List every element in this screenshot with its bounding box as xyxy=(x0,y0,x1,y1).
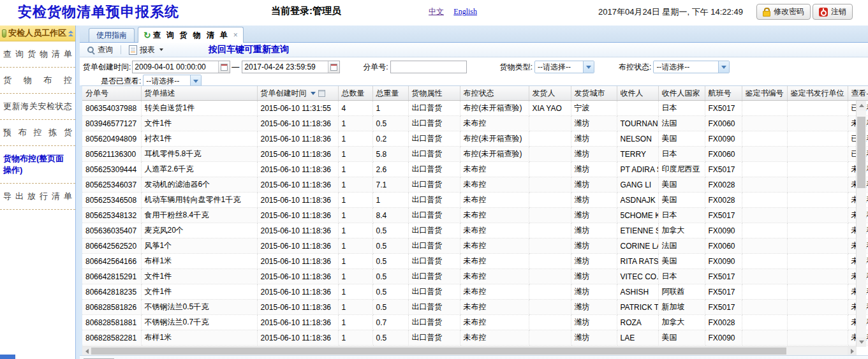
column-header[interactable]: 收件人国家 xyxy=(658,86,705,101)
query-button[interactable]: 查询 xyxy=(85,44,115,56)
scroll-left-arrow[interactable] xyxy=(82,347,91,355)
column-header[interactable]: 航班号 xyxy=(705,86,742,101)
grid-cell: 5CHOME KAI xyxy=(617,208,658,223)
table-row[interactable]: 805636035407麦克风20个2015-06-10 11:18:3610.… xyxy=(82,223,868,238)
grid-cell: 0.2 xyxy=(372,131,408,147)
grid-cell xyxy=(742,177,787,193)
table-row[interactable]: 806828581881不锈钢法兰0.7千克2015-06-10 11:18:3… xyxy=(82,315,868,330)
column-header[interactable]: 分单号 xyxy=(82,86,141,101)
grid-cell: 出口普货 xyxy=(408,116,460,131)
grid-cell: FX5017 xyxy=(705,162,742,177)
sidebar-item-export-release-list[interactable]: 导出放行清单 xyxy=(0,184,75,210)
column-header[interactable]: 查看与否 xyxy=(848,86,868,101)
grid-cell: 未布控 xyxy=(460,116,529,131)
grid-cell: 出口普货 xyxy=(408,284,460,300)
grid-cell: 潍坊 xyxy=(571,315,617,330)
lang-english-link[interactable]: English xyxy=(453,7,477,16)
scroll-up-arrow[interactable] xyxy=(857,101,866,110)
grid-cell: 1 xyxy=(338,147,372,162)
grid-cell xyxy=(742,131,787,147)
tab-query-cargo-list[interactable]: ↻ 查询货物清单 × xyxy=(138,27,244,43)
sidebar-item-query-cargo-list[interactable]: 查询货物清单 xyxy=(0,41,75,68)
column-header[interactable]: 货物属性 xyxy=(408,86,460,101)
column-header[interactable]: 布控状态 xyxy=(460,86,529,101)
column-header[interactable]: 收件人 xyxy=(617,86,658,101)
scroll-right-arrow[interactable] xyxy=(848,347,857,355)
table-row[interactable]: 803946577127文件1件2015-06-10 11:18:3610.5出… xyxy=(82,116,868,131)
grid-cell: 潍坊 xyxy=(571,330,617,346)
grid-cell: 潍坊 xyxy=(571,208,617,223)
table-row[interactable]: 805625346508机动车辆用转向盘零件1千克2015-06-10 11:1… xyxy=(82,193,868,208)
grid-cell: FX5017 xyxy=(705,101,742,116)
column-header-label: 收件人国家 xyxy=(662,89,700,98)
column-header[interactable]: 发货人 xyxy=(529,86,571,101)
created-to-input[interactable] xyxy=(242,62,328,71)
table-row[interactable]: 806642562520风筝1个2015-06-10 11:18:3610.5出… xyxy=(82,238,868,254)
grid-cell: FX0090 xyxy=(705,254,742,269)
lang-chinese-link[interactable]: 中文 xyxy=(429,7,444,16)
column-header[interactable]: 货单创建时间 xyxy=(257,86,338,101)
table-row[interactable]: 805625309444人造革2.6千克2015-06-10 11:18:361… xyxy=(82,162,868,177)
tab-user-guide[interactable]: 使用指南 xyxy=(89,28,135,42)
date-range-separator: — xyxy=(232,62,239,71)
cargo-type-select[interactable]: --请选择-- xyxy=(534,61,594,73)
report-button[interactable]: 报表 xyxy=(127,44,165,56)
grid-cell: CORINE LA xyxy=(617,238,658,254)
grid-cell: 未布控 xyxy=(460,254,529,269)
grid-cell: 0.5 xyxy=(372,330,408,346)
grid-cell xyxy=(787,177,848,193)
table-row[interactable]: 806828582281布样1米2015-06-10 11:18:3610.5出… xyxy=(82,330,868,346)
column-header[interactable]: 鉴定书发行单位 xyxy=(787,86,848,101)
table-row[interactable]: 805620494809衬衣1件2015-06-10 11:18:3610.2出… xyxy=(82,131,868,147)
created-from-input[interactable] xyxy=(133,62,218,71)
column-header[interactable]: 发货城市 xyxy=(571,86,617,101)
table-row[interactable]: 806354037988转关自送货1件2015-06-10 11:31:5541… xyxy=(82,101,868,116)
grid-cell: 1 xyxy=(338,254,372,269)
grid-cell xyxy=(787,101,848,116)
grid-cell: 文件1件 xyxy=(141,269,257,284)
vertical-scrollbar[interactable] xyxy=(856,101,866,347)
close-tab-icon[interactable]: × xyxy=(233,31,238,40)
control-status-select[interactable]: --请选择-- xyxy=(653,61,730,73)
created-from-field xyxy=(132,61,230,73)
column-header[interactable]: 总重量 xyxy=(372,86,408,101)
sidebar-item-cargo-control-fullpage[interactable]: 货物布控(整页面操作) xyxy=(0,146,75,184)
column-menu-icon[interactable] xyxy=(318,90,325,97)
grid-cell: 4 xyxy=(338,101,372,116)
grid-cell: 美国 xyxy=(658,330,705,346)
grid-cell: 2015-06-10 11:18:36 xyxy=(257,131,338,147)
change-password-button[interactable]: 修改密码 xyxy=(756,4,811,20)
table-row[interactable]: 805625348132食用干粉丝8.4千克2015-06-10 11:18:3… xyxy=(82,208,868,223)
table-row[interactable]: 805621136300耳机零件5.8千克2015-06-10 11:18:36… xyxy=(82,147,868,162)
column-header-label: 货单创建时间 xyxy=(261,89,307,98)
created-time-label: 货单创建时间: xyxy=(83,62,131,73)
table-row[interactable]: 806828581826不锈钢法兰0.5千克2015-06-10 11:18:3… xyxy=(82,300,868,315)
sidebar-item-update-customs-status[interactable]: 更新海关安检状态 xyxy=(0,94,75,120)
collapse-up-icon[interactable] xyxy=(68,30,73,37)
table-row[interactable]: 806642564166布样1米2015-06-10 11:18:3610.5出… xyxy=(82,254,868,269)
chevron-down-icon xyxy=(718,61,729,73)
calendar-icon[interactable] xyxy=(218,61,230,73)
waybill-input[interactable] xyxy=(390,61,467,73)
sidebar-item-cargo-control[interactable]: 货物布控 xyxy=(0,68,75,94)
column-header[interactable]: 货单描述 xyxy=(141,86,257,101)
horizontal-scroll-thumb[interactable] xyxy=(91,348,786,355)
grid-cell: 未布控 xyxy=(460,208,529,223)
table-row[interactable]: 806642815291文件1件2015-06-10 11:18:3610.5出… xyxy=(82,269,868,284)
sidebar-item-precontrol-picking[interactable]: 预布控拣货 xyxy=(0,120,75,146)
column-header[interactable]: 鉴定书编号 xyxy=(742,86,787,101)
sidebar-header[interactable]: 安检人员工作区 xyxy=(0,26,75,41)
scroll-down-arrow[interactable] xyxy=(857,337,866,347)
grid-cell: 法国 xyxy=(658,238,705,254)
grid-cell: 未布控 xyxy=(460,269,529,284)
table-row[interactable]: 805625346037发动机的滤油器6个2015-06-10 11:18:36… xyxy=(82,177,868,193)
column-header[interactable]: 总数量 xyxy=(338,86,372,101)
horizontal-scrollbar[interactable] xyxy=(82,346,857,355)
table-row[interactable]: 806642818235文件1件2015-06-10 11:18:3610.5出… xyxy=(82,284,868,300)
vertical-scroll-thumb[interactable] xyxy=(857,117,865,188)
logout-button[interactable]: 注销 xyxy=(813,4,853,20)
grid-cell xyxy=(742,147,787,162)
calendar-icon[interactable] xyxy=(328,61,339,73)
grid-cell xyxy=(529,238,571,254)
control-status-label: 布控状态: xyxy=(619,62,651,73)
